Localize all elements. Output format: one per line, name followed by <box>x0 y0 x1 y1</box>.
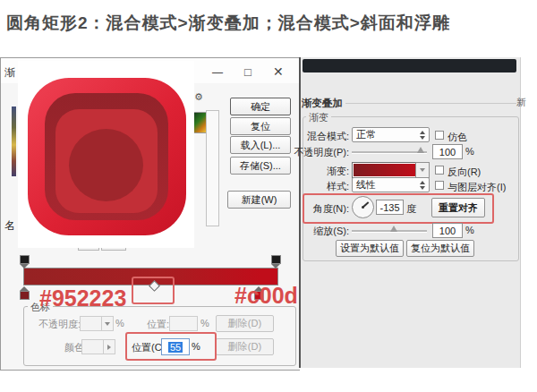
stop-position-label: 位置: <box>147 318 169 331</box>
reverse-label: 反向(R) <box>448 166 481 179</box>
degree-unit: 度 <box>406 202 416 216</box>
icon-center-circle <box>69 129 143 201</box>
stop-color-picker-arrow[interactable] <box>103 339 115 354</box>
blend-mode-label: 混合模式: <box>295 130 349 143</box>
scale-field[interactable]: 100 <box>432 223 463 238</box>
delete-opacity-stop-button[interactable]: 删除(D) <box>216 315 274 332</box>
gradient-group-legend: 渐变 <box>306 111 331 124</box>
opacity-field[interactable]: 100 <box>432 144 463 159</box>
scale-slider-thumb[interactable] <box>390 226 397 232</box>
opacity-slider-thumb[interactable] <box>417 147 424 153</box>
stop-color-swatch[interactable] <box>81 339 105 354</box>
new-button[interactable]: 新建(W) <box>227 191 291 209</box>
reverse-checkbox[interactable] <box>435 166 444 175</box>
stop-opacity-field[interactable] <box>80 316 103 331</box>
percent-sign: % <box>465 146 474 157</box>
position-highlight-annotation <box>125 332 217 361</box>
preset-scrollbar[interactable] <box>206 110 219 226</box>
gradient-picker-button[interactable] <box>415 162 430 178</box>
delete-color-stop-button[interactable]: 删除(D) <box>216 338 274 355</box>
page-title: 圆角矩形2：混合模式>渐变叠加；混合模式>斜面和浮雕 <box>6 12 450 35</box>
maximize-icon[interactable]: □ <box>244 66 251 78</box>
opacity-stop-left[interactable] <box>20 255 30 268</box>
opacity-slider[interactable] <box>352 151 427 154</box>
stop-position-field[interactable] <box>169 316 198 331</box>
color-stop-left[interactable] <box>20 286 30 300</box>
dialog-title-fragment: 渐 <box>4 65 15 81</box>
align-with-layer-label: 与图层对齐(I) <box>448 181 506 194</box>
style-label: 样式: <box>295 180 349 193</box>
angle-label: 角度(N): <box>295 202 349 216</box>
save-button[interactable]: 存储(S)... <box>230 157 291 175</box>
gradient-swatch[interactable] <box>352 162 417 178</box>
stop-opacity-label: 不透明度: <box>38 318 81 331</box>
percent-sign: % <box>115 318 124 328</box>
gradient-label: 渐变: <box>295 165 349 178</box>
opacity-label: 不透明度(P): <box>294 146 349 159</box>
percent-sign: % <box>465 225 474 235</box>
reset-button[interactable]: 复位 <box>230 117 291 135</box>
set-default-button[interactable]: 设置为默认值 <box>336 240 404 257</box>
blend-mode-dropdown[interactable]: 正常 <box>352 127 430 142</box>
hex-annotation-left: #952223 <box>39 285 126 311</box>
load-button[interactable]: 载入(L)... <box>230 136 291 154</box>
scale-slider[interactable] <box>352 230 427 233</box>
name-label-fragment: 名 <box>4 218 15 234</box>
dither-checkbox[interactable] <box>435 131 444 140</box>
icon-preview-image <box>18 61 194 248</box>
gradient-overlay-header: 渐变叠加 <box>302 97 343 110</box>
chevron-down-icon <box>105 322 110 326</box>
angle-dial[interactable] <box>352 196 374 218</box>
scale-label: 缩放(S): <box>295 225 349 238</box>
opacity-stop-right[interactable] <box>271 255 281 268</box>
icon-bevel-band <box>45 93 168 220</box>
midpoint-highlight-annotation <box>132 277 175 304</box>
close-icon[interactable]: ✕ <box>273 65 284 78</box>
dither-label: 仿色 <box>448 131 467 144</box>
updown-arrows-icon <box>420 181 425 190</box>
panel-top-black-bar <box>303 59 516 72</box>
gear-icon[interactable]: ⚙ <box>194 91 203 103</box>
header-rule <box>345 103 516 104</box>
style-dropdown[interactable]: 线性 <box>352 177 430 192</box>
angle-field[interactable]: -135 <box>376 200 404 215</box>
clipped-text-fragment: 新 <box>516 96 526 109</box>
minimize-icon[interactable]: — <box>212 67 223 78</box>
percent-sign: % <box>200 318 209 328</box>
stop-opacity-dropdown[interactable] <box>101 316 114 331</box>
ok-button[interactable]: 确定 <box>230 98 291 115</box>
align-with-layer-checkbox[interactable] <box>435 181 444 190</box>
icon-inner-rounded-square <box>55 109 158 213</box>
chevron-down-icon <box>420 168 425 172</box>
preset-list-sliver <box>12 107 16 176</box>
icon-outer-rounded-square <box>28 78 186 235</box>
reset-alignment-button[interactable]: 重置对齐 <box>431 198 485 217</box>
reset-default-button[interactable]: 复位为默认值 <box>406 240 474 257</box>
chevron-right-icon <box>107 345 111 350</box>
updown-arrows-icon <box>420 131 425 140</box>
